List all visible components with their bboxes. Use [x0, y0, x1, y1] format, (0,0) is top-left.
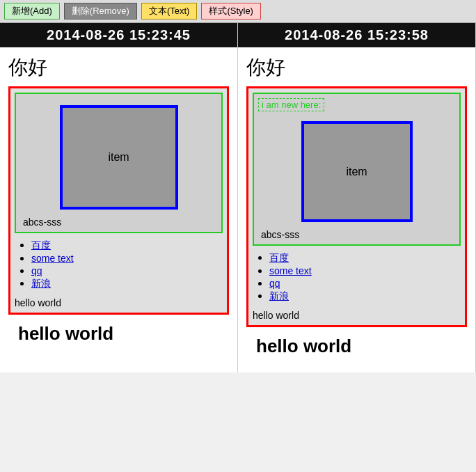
panels: 2014-08-26 15:23:45 你好 item abcs-sss 百度 …: [0, 23, 476, 372]
left-green-box: item abcs-sss: [15, 93, 223, 233]
right-greeting: 你好: [246, 54, 467, 81]
left-links-list: 百度 some text qq 新浪: [15, 239, 223, 290]
left-panel: 2014-08-26 15:23:45 你好 item abcs-sss 百度 …: [0, 23, 238, 372]
right-green-box: i am new here: item abcs-sss: [253, 93, 461, 246]
right-link-1[interactable]: 百度: [269, 252, 289, 263]
list-item: qq: [269, 277, 461, 290]
list-item: 百度: [31, 239, 223, 252]
right-new-label: i am new here:: [258, 98, 324, 111]
add-button[interactable]: 新增(Add): [4, 3, 60, 19]
right-panel-body: 你好 i am new here: item abcs-sss 百度 some …: [238, 47, 475, 372]
left-panel-body: 你好 item abcs-sss 百度 some text qq 新浪 hell…: [0, 47, 237, 360]
right-links-list: 百度 some text qq 新浪: [253, 251, 461, 303]
list-item: 新浪: [269, 290, 461, 303]
left-link-4[interactable]: 新浪: [31, 278, 51, 289]
remove-button[interactable]: 删除(Remove): [64, 3, 137, 19]
left-link-1[interactable]: 百度: [31, 239, 51, 251]
left-timestamp: 2014-08-26 15:23:45: [0, 23, 237, 47]
left-blue-box: item: [60, 105, 178, 210]
list-item: some text: [269, 265, 461, 277]
right-hello-inner: hello world: [253, 310, 461, 321]
right-blue-box: item: [301, 121, 413, 222]
right-item-label: item: [346, 166, 367, 178]
list-item: 百度: [269, 251, 461, 265]
left-link-2[interactable]: some text: [31, 253, 74, 264]
right-abcs-label: abcs-sss: [261, 229, 455, 240]
style-button[interactable]: 样式(Style): [201, 3, 261, 19]
left-link-3[interactable]: qq: [31, 265, 42, 276]
list-item: 新浪: [31, 277, 223, 290]
list-item: qq: [31, 265, 223, 277]
left-greeting: 你好: [8, 54, 229, 81]
right-outer-box: i am new here: item abcs-sss 百度 some tex…: [246, 86, 467, 327]
left-hello-bottom: hello world: [8, 315, 229, 353]
left-hello-inner: hello world: [15, 297, 223, 308]
right-link-2[interactable]: some text: [269, 265, 312, 276]
right-hello-bottom: hello world: [246, 327, 467, 365]
left-outer-box: item abcs-sss 百度 some text qq 新浪 hello w…: [8, 86, 229, 315]
toolbar: 新增(Add) 删除(Remove) 文本(Text) 样式(Style): [0, 0, 476, 23]
list-item: some text: [31, 252, 223, 265]
right-link-3[interactable]: qq: [269, 278, 280, 289]
right-panel: 2014-08-26 15:23:58 你好 i am new here: it…: [238, 23, 476, 372]
left-item-label: item: [108, 151, 129, 164]
text-button[interactable]: 文本(Text): [141, 3, 198, 19]
right-timestamp: 2014-08-26 15:23:58: [238, 23, 475, 47]
left-abcs-label: abcs-sss: [23, 217, 217, 228]
right-link-4[interactable]: 新浪: [269, 290, 289, 301]
